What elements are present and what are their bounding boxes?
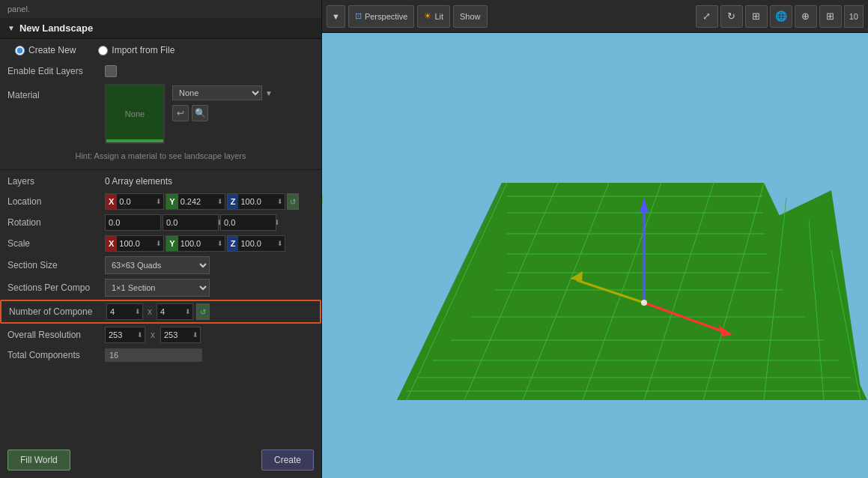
- collapse-arrow-icon: ▼: [7, 24, 15, 32]
- rotation-x-field: ⬇: [105, 214, 161, 231]
- overall-res-x-field: ⬇: [105, 327, 145, 343]
- location-y-label: Y: [166, 194, 177, 209]
- location-xyz-group: X ⬇ Y ⬇ Z ⬇ ↺: [105, 193, 299, 210]
- maximize-button[interactable]: ⤢: [696, 5, 718, 28]
- scale-z-arrow-icon[interactable]: ⬇: [276, 240, 285, 247]
- overall-res-x-input[interactable]: [106, 330, 136, 339]
- material-preview-text: None: [125, 109, 145, 118]
- location-y-input[interactable]: [178, 197, 216, 206]
- lit-button[interactable]: ☀ Lit: [417, 5, 450, 28]
- viewport: ▼ ⊡ Perspective ☀ Lit Show ⤢ ↻ ⊞ 🌐 ⊕ ⊞ 1…: [322, 0, 868, 478]
- panel-hint: panel.: [0, 0, 321, 18]
- location-reset-button[interactable]: ↺: [287, 193, 299, 210]
- overall-res-y-input[interactable]: [161, 330, 191, 339]
- scale-y-field: Y ⬇: [166, 235, 225, 252]
- import-from-file-option[interactable]: Import from File: [98, 45, 174, 55]
- location-x-arrow-icon[interactable]: ⬇: [154, 198, 163, 205]
- scale-z-input[interactable]: [238, 239, 276, 248]
- create-new-radio[interactable]: [15, 46, 25, 55]
- perspective-button[interactable]: ⊡ Perspective: [348, 5, 414, 28]
- viewport-toolbar: ▼ ⊡ Perspective ☀ Lit Show ⤢ ↻ ⊞ 🌐 ⊕ ⊞ 1…: [322, 0, 868, 33]
- globe-button[interactable]: 🌐: [770, 5, 792, 28]
- import-radio[interactable]: [98, 46, 108, 55]
- fullscreen-button[interactable]: ⊞: [745, 5, 768, 28]
- hint-text: panel.: [7, 4, 30, 13]
- creation-mode-row: Create New Import from File: [0, 39, 321, 61]
- location-x-input[interactable]: [117, 197, 154, 206]
- location-label: Location: [7, 196, 105, 207]
- viewport-dropdown-button[interactable]: ▼: [327, 5, 345, 28]
- location-fields: X ⬇ Y ⬇ Z ⬇ ↺: [105, 193, 314, 210]
- scale-y-arrow-icon[interactable]: ⬇: [216, 240, 225, 247]
- overall-res-y-arrow-icon[interactable]: ⬇: [191, 331, 200, 339]
- sections-per-label: Sections Per Compo: [7, 282, 105, 293]
- section-size-row: Section Size 63×63 Quads: [0, 254, 321, 276]
- overall-res-x-arrow-icon[interactable]: ⬇: [136, 331, 145, 339]
- scale-row: Scale X ⬇ Y ⬇ Z ⬇: [0, 233, 321, 254]
- location-z-field: Z ⬇: [227, 193, 286, 210]
- rotation-fields: ⬇ ⬇ ⬇: [105, 214, 314, 231]
- sections-per-select[interactable]: 1×1 Section: [105, 279, 210, 297]
- grid-button[interactable]: ⊞: [819, 5, 842, 28]
- create-new-option[interactable]: Create New: [15, 45, 76, 55]
- location-row: Location X ⬇ Y ⬇ Z ⬇ ↺: [0, 191, 321, 212]
- material-back-button[interactable]: ↩: [172, 105, 189, 121]
- material-dropdown-row: None ▼: [172, 85, 273, 100]
- overall-res-fields: ⬇ x ⬇: [105, 327, 314, 343]
- overall-res-y-field: ⬇: [160, 327, 201, 343]
- rotation-y-field: ⬇: [163, 214, 219, 231]
- layers-value: 0 Array elements: [105, 176, 314, 187]
- num-components-y-arrow-icon[interactable]: ⬇: [183, 308, 192, 315]
- enable-edit-layers-checkbox[interactable]: [105, 65, 117, 77]
- new-landscape-header[interactable]: ▼ New Landscape: [0, 18, 321, 39]
- divider-1: [0, 169, 321, 170]
- material-preview-bar: [106, 139, 163, 142]
- show-button[interactable]: Show: [453, 5, 488, 28]
- scale-x-field: X ⬇: [105, 235, 164, 252]
- material-search-button[interactable]: 🔍: [192, 105, 208, 121]
- material-right-controls: None ▼ ↩ 🔍: [169, 85, 273, 121]
- new-landscape-title: New Landscape: [19, 22, 93, 34]
- total-components-row: Total Components 16: [0, 345, 321, 365]
- enable-edit-layers-value: [105, 65, 314, 77]
- rotation-triple-group: ⬇ ⬇ ⬇: [105, 214, 276, 231]
- location-y-arrow-icon[interactable]: ⬇: [216, 198, 225, 205]
- scale-x-input[interactable]: [117, 239, 154, 248]
- num-components-y-input[interactable]: [157, 307, 183, 316]
- location-x-label: X: [106, 194, 117, 209]
- location-z-input[interactable]: [238, 197, 276, 206]
- num-components-fields: ⬇ x ⬇ ↺: [106, 303, 312, 320]
- layers-label: Layers: [7, 176, 105, 187]
- scale-x-arrow-icon[interactable]: ⬇: [154, 240, 163, 247]
- axis-center: [641, 300, 647, 306]
- rotate-button[interactable]: ↻: [720, 5, 743, 28]
- crosshair-button[interactable]: ⊕: [795, 5, 817, 28]
- num-components-x-input[interactable]: [107, 307, 133, 316]
- section-size-select[interactable]: 63×63 Quads: [105, 256, 210, 274]
- num-components-reset-button[interactable]: ↺: [196, 303, 210, 320]
- num-components-group: ⬇ x ⬇ ↺: [106, 303, 210, 320]
- material-label: Material: [7, 84, 105, 100]
- fill-world-button[interactable]: Fill World: [7, 450, 70, 471]
- num-components-x-arrow-icon[interactable]: ⬇: [133, 308, 142, 315]
- location-z-arrow-icon[interactable]: ⬇: [276, 198, 285, 205]
- create-button[interactable]: Create: [261, 450, 314, 471]
- material-preview[interactable]: None: [105, 84, 165, 144]
- material-controls: None None ▼ ↩ 🔍: [105, 84, 273, 144]
- sections-per-value: 1×1 Section: [105, 279, 314, 297]
- enable-edit-layers-row: Enable Edit Layers: [0, 61, 321, 81]
- scale-xyz-group: X ⬇ Y ⬇ Z ⬇: [105, 235, 285, 252]
- sections-per-row: Sections Per Compo 1×1 Section: [0, 276, 321, 299]
- location-x-field: X ⬇: [105, 193, 164, 210]
- rotation-z-input[interactable]: [221, 218, 322, 227]
- scale-x-label: X: [106, 236, 117, 251]
- number-overlay[interactable]: 10: [844, 5, 864, 28]
- material-select[interactable]: None: [172, 85, 262, 100]
- scale-y-input[interactable]: [178, 239, 216, 248]
- create-new-label: Create New: [28, 45, 76, 55]
- scale-label: Scale: [7, 238, 105, 249]
- bottom-buttons: Fill World Create: [0, 442, 321, 478]
- viewport-right-tools: ⤢ ↻ ⊞ 🌐 ⊕ ⊞ 10: [696, 5, 864, 28]
- scale-z-field: Z ⬇: [227, 235, 286, 252]
- material-icons-row: ↩ 🔍: [172, 105, 273, 121]
